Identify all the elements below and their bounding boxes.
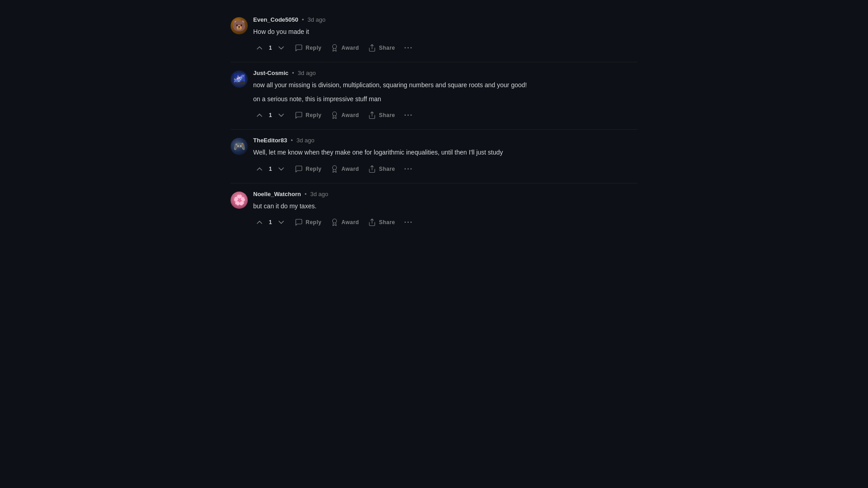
timestamp: 3d ago: [307, 16, 326, 23]
action-bar: 1ReplyAwardShare···: [253, 216, 637, 229]
more-options-button[interactable]: ···: [401, 41, 416, 55]
comment-header: Noelle_Watchorn•3d ago: [253, 191, 637, 197]
comment-header: TheEditor83•3d ago: [253, 137, 637, 144]
award-button[interactable]: Award: [327, 108, 363, 122]
dot-separator: •: [305, 191, 307, 197]
comment-header: Even_Code5050•3d ago: [253, 16, 637, 23]
downvote-button[interactable]: [275, 42, 288, 54]
avatar: [231, 17, 248, 34]
comment-item: Noelle_Watchorn•3d agobut can it do my t…: [231, 183, 637, 236]
avatar: [231, 138, 248, 155]
action-bar: 1ReplyAwardShare···: [253, 108, 637, 122]
username: TheEditor83: [253, 137, 287, 144]
vote-count: 1: [269, 112, 272, 118]
share-button[interactable]: Share: [364, 162, 399, 176]
dot-separator: •: [291, 137, 293, 144]
comment-content: Just-Cosmic•3d agonow all your missing i…: [253, 70, 637, 122]
vote-count: 1: [269, 45, 272, 51]
vote-section: 1: [253, 109, 288, 122]
more-options-button[interactable]: ···: [401, 108, 416, 122]
award-button[interactable]: Award: [327, 216, 363, 229]
comment-text: but can it do my taxes.: [253, 201, 637, 211]
comment-header: Just-Cosmic•3d ago: [253, 70, 637, 76]
more-options-button[interactable]: ···: [401, 216, 416, 229]
comment-content: TheEditor83•3d agoWell, let me know when…: [253, 137, 637, 175]
vote-count: 1: [269, 219, 272, 225]
svg-point-0: [333, 45, 337, 49]
action-bar: 1ReplyAwardShare···: [253, 162, 637, 176]
reply-button[interactable]: Reply: [291, 108, 325, 122]
timestamp: 3d ago: [310, 191, 328, 197]
comment-item: TheEditor83•3d agoWell, let me know when…: [231, 130, 637, 183]
svg-point-2: [333, 112, 337, 116]
comment-text: now all your missing is division, multip…: [253, 80, 637, 104]
award-button[interactable]: Award: [327, 162, 363, 176]
svg-point-4: [333, 165, 337, 169]
comment-text: Well, let me know when they make one for…: [253, 147, 637, 157]
vote-section: 1: [253, 216, 288, 229]
timestamp: 3d ago: [298, 70, 316, 76]
upvote-button[interactable]: [253, 216, 266, 229]
vote-section: 1: [253, 42, 288, 54]
upvote-button[interactable]: [253, 163, 266, 175]
timestamp: 3d ago: [297, 137, 315, 144]
avatar: [231, 70, 248, 88]
reply-button[interactable]: Reply: [291, 216, 325, 229]
comments-container: Even_Code5050•3d agoHow do you made it1R…: [231, 0, 637, 245]
vote-count: 1: [269, 166, 272, 172]
share-button[interactable]: Share: [364, 108, 399, 122]
comment-content: Noelle_Watchorn•3d agobut can it do my t…: [253, 191, 637, 229]
reply-button[interactable]: Reply: [291, 162, 325, 176]
comment-item: Even_Code5050•3d agoHow do you made it1R…: [231, 9, 637, 62]
reply-button[interactable]: Reply: [291, 41, 325, 55]
avatar: [231, 192, 248, 209]
share-button[interactable]: Share: [364, 41, 399, 55]
more-options-button[interactable]: ···: [401, 162, 416, 176]
downvote-button[interactable]: [275, 163, 288, 175]
vote-section: 1: [253, 163, 288, 175]
svg-point-6: [333, 219, 337, 223]
comment-item: Just-Cosmic•3d agonow all your missing i…: [231, 62, 637, 129]
username: Just-Cosmic: [253, 70, 288, 76]
upvote-button[interactable]: [253, 109, 266, 122]
downvote-button[interactable]: [275, 216, 288, 229]
share-button[interactable]: Share: [364, 216, 399, 229]
award-button[interactable]: Award: [327, 41, 363, 55]
comment-content: Even_Code5050•3d agoHow do you made it1R…: [253, 16, 637, 55]
username: Even_Code5050: [253, 16, 298, 23]
dot-separator: •: [302, 16, 304, 23]
comment-text: How do you made it: [253, 27, 637, 37]
username: Noelle_Watchorn: [253, 191, 301, 197]
upvote-button[interactable]: [253, 42, 266, 54]
dot-separator: •: [292, 70, 294, 76]
downvote-button[interactable]: [275, 109, 288, 122]
action-bar: 1ReplyAwardShare···: [253, 41, 637, 55]
